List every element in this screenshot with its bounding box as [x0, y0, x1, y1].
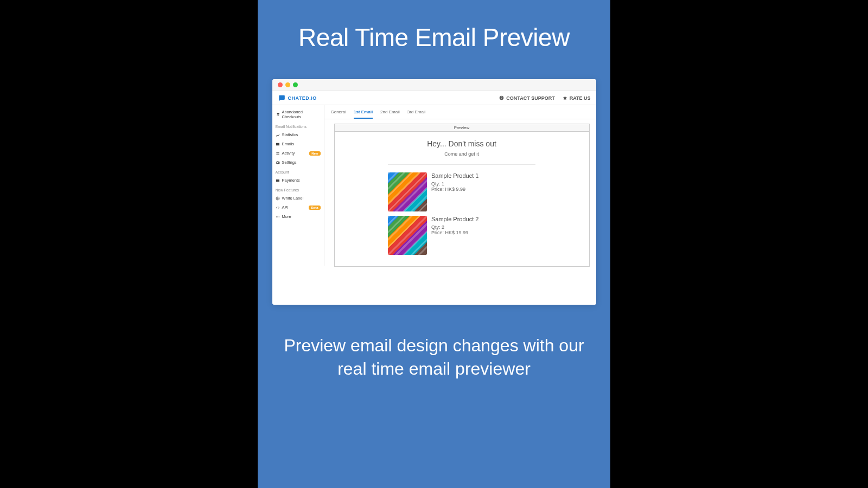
list-icon: [276, 151, 280, 156]
window-titlebar: [272, 79, 596, 91]
card-icon: [276, 178, 280, 183]
sidebar-item-label: Statistics: [282, 132, 298, 137]
svg-text:?: ?: [501, 96, 502, 99]
brand-name: CHATED.IO: [288, 95, 317, 101]
sidebar-item-statistics[interactable]: Statistics: [272, 130, 324, 139]
sidebar-item-label: White Label: [282, 196, 304, 201]
product-image: [388, 216, 427, 255]
divider: [388, 164, 535, 165]
product-name: Sample Product 1: [431, 172, 478, 179]
sidebar-item-activity[interactable]: Activity New: [272, 149, 324, 158]
svg-point-4: [277, 216, 278, 217]
gear-icon: [276, 160, 280, 165]
sidebar-item-settings[interactable]: Settings: [272, 158, 324, 167]
sidebar-item-label: Abandoned Checkouts: [282, 110, 321, 119]
sidebar: Abandoned Checkouts Email Notifications …: [272, 105, 324, 266]
product-image: [388, 172, 427, 211]
envelope-icon: [276, 142, 280, 146]
globe-icon: [276, 196, 280, 201]
sidebar-item-emails[interactable]: Emails: [272, 139, 324, 149]
sidebar-item-more[interactable]: More: [272, 212, 324, 221]
marketing-panel: Real Time Email Preview CHATED.IO ? CONT…: [258, 0, 610, 488]
product-row: Sample Product 1 Qty: 1 Price: HK$ 9.99: [386, 170, 538, 214]
svg-point-5: [278, 216, 279, 217]
email-preview-frame: Hey... Don't miss out Come and get it Sa…: [334, 131, 590, 267]
product-name: Sample Product 2: [431, 216, 478, 222]
rate-us-link[interactable]: RATE US: [563, 95, 591, 101]
minimize-icon[interactable]: [285, 82, 290, 87]
app-topbar: CHATED.IO ? CONTACT SUPPORT RATE US: [272, 91, 596, 105]
sidebar-item-label: Activity: [282, 151, 295, 156]
marketing-headline: Real Time Email Preview: [298, 23, 570, 52]
marketing-caption: Preview email design changes with our re…: [258, 334, 610, 381]
tab-1st-email[interactable]: 1st Email: [354, 110, 373, 119]
product-row: Sample Product 2 Qty: 2 Price: HK$ 19.99: [386, 214, 538, 257]
sidebar-group-label: Account: [272, 167, 324, 176]
sidebar-item-label: More: [282, 214, 291, 219]
sidebar-item-label: Payments: [282, 178, 300, 183]
tab-2nd-email[interactable]: 2nd Email: [380, 110, 400, 119]
sidebar-item-label: Emails: [282, 142, 295, 146]
contact-support-link[interactable]: ? CONTACT SUPPORT: [499, 95, 554, 101]
product-qty: Qty: 2: [431, 224, 478, 230]
main-panel: General 1st Email 2nd Email 3rd Email Pr…: [324, 105, 596, 266]
contact-support-label: CONTACT SUPPORT: [506, 95, 554, 101]
chart-icon: [276, 133, 280, 137]
product-price: Price: HK$ 19.99: [431, 230, 478, 235]
rate-us-label: RATE US: [570, 95, 591, 101]
svg-point-3: [276, 216, 277, 217]
beta-badge: Beta: [309, 206, 320, 210]
tabs: General 1st Email 2nd Email 3rd Email: [324, 105, 596, 119]
code-icon: [276, 206, 280, 210]
sidebar-item-label: Settings: [282, 160, 297, 165]
preview-panel-label: Preview: [334, 124, 590, 131]
sidebar-item-api[interactable]: API Beta: [272, 203, 324, 212]
app-window: CHATED.IO ? CONTACT SUPPORT RATE US Aban…: [272, 79, 596, 305]
dots-icon: [276, 215, 280, 219]
sidebar-group-label: Email Notifications: [272, 121, 324, 130]
new-badge: New: [309, 151, 320, 156]
cart-icon: [276, 112, 280, 117]
sidebar-item-payments[interactable]: Payments: [272, 176, 324, 185]
sidebar-item-abandoned-checkouts[interactable]: Abandoned Checkouts: [272, 107, 324, 121]
sidebar-group-label: New Features: [272, 185, 324, 194]
tab-general[interactable]: General: [331, 110, 346, 119]
close-icon[interactable]: [278, 82, 283, 87]
brand[interactable]: CHATED.IO: [278, 94, 317, 102]
star-icon: [563, 95, 567, 100]
email-subheading: Come and get it: [386, 151, 538, 157]
product-price: Price: HK$ 9.99: [431, 187, 478, 192]
product-qty: Qty: 1: [431, 181, 478, 187]
zoom-icon[interactable]: [293, 82, 298, 87]
sidebar-item-label: API: [282, 205, 289, 210]
sidebar-item-white-label[interactable]: White Label: [272, 194, 324, 203]
help-icon: ?: [499, 95, 504, 100]
tab-3rd-email[interactable]: 3rd Email: [407, 110, 426, 119]
chat-bubble-icon: [278, 94, 285, 102]
email-heading: Hey... Don't miss out: [386, 139, 538, 148]
